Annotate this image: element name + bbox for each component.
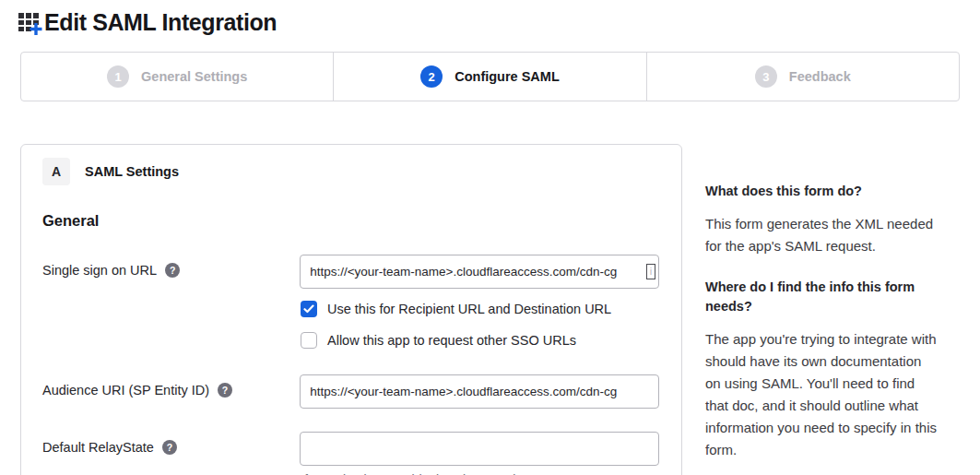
section-letter-badge: A bbox=[42, 158, 70, 185]
recipient-url-checkbox-row[interactable]: Use this for Recipient URL and Destinati… bbox=[301, 301, 659, 317]
sso-url-input[interactable] bbox=[300, 255, 659, 289]
content-area: A SAML Settings General Single sign on U… bbox=[0, 144, 980, 475]
app-grid-add-icon bbox=[18, 10, 42, 36]
help-sidebar: What does this form do? This form genera… bbox=[705, 144, 939, 475]
page-header: Edit SAML Integration bbox=[0, 0, 980, 36]
step-feedback[interactable]: 3 Feedback bbox=[647, 53, 959, 101]
checkbox-checked-icon[interactable] bbox=[301, 301, 317, 317]
audience-uri-field-wrap bbox=[300, 374, 659, 409]
help-icon[interactable]: ? bbox=[218, 383, 232, 398]
sidebar-body-text: This form generates the XML needed for t… bbox=[705, 213, 939, 257]
sidebar-heading: What does this form do? bbox=[705, 182, 939, 201]
text-cursor: i bbox=[646, 264, 655, 279]
step-number-badge: 3 bbox=[755, 65, 777, 88]
other-sso-checkbox-label: Allow this app to request other SSO URLs bbox=[327, 333, 576, 348]
other-sso-checkbox-row[interactable]: Allow this app to request other SSO URLs bbox=[301, 332, 659, 349]
relay-state-field-wrap bbox=[300, 432, 659, 466]
help-icon[interactable]: ? bbox=[165, 263, 180, 278]
step-number-badge: 1 bbox=[107, 65, 129, 88]
sidebar-section: Where do I find the info this form needs… bbox=[705, 278, 939, 461]
relay-state-label-group: Default RelayState ? bbox=[42, 432, 300, 455]
audience-uri-label: Audience URI (SP Entity ID) bbox=[42, 383, 209, 398]
saml-settings-panel: A SAML Settings General Single sign on U… bbox=[20, 144, 682, 475]
section-title: SAML Settings bbox=[85, 164, 179, 179]
wizard-steps: 1 General Settings 2 Configure SAML 3 Fe… bbox=[20, 52, 960, 101]
checkbox-unchecked-icon[interactable] bbox=[301, 332, 317, 349]
section-header: A SAML Settings bbox=[42, 158, 659, 185]
relay-state-label: Default RelayState bbox=[42, 440, 154, 455]
step-label: Configure SAML bbox=[455, 69, 560, 84]
step-label: Feedback bbox=[789, 69, 851, 84]
sso-url-label-group: Single sign on URL ? bbox=[42, 255, 300, 278]
step-number-badge: 2 bbox=[420, 65, 443, 88]
sidebar-body-text: The app you're trying to integrate with … bbox=[705, 328, 939, 461]
relay-state-row: Default RelayState ? bbox=[42, 432, 659, 466]
step-general-settings[interactable]: 1 General Settings bbox=[21, 53, 334, 101]
help-icon[interactable]: ? bbox=[162, 440, 177, 455]
sso-url-label: Single sign on URL bbox=[42, 263, 157, 278]
relay-state-input[interactable] bbox=[300, 432, 659, 466]
general-heading: General bbox=[42, 212, 659, 230]
step-configure-saml[interactable]: 2 Configure SAML bbox=[334, 53, 646, 101]
audience-uri-label-group: Audience URI (SP Entity ID) ? bbox=[42, 374, 300, 398]
sidebar-section: What does this form do? This form genera… bbox=[705, 182, 939, 257]
recipient-url-checkbox-label: Use this for Recipient URL and Destinati… bbox=[327, 302, 611, 316]
sso-url-row: Single sign on URL ? i bbox=[42, 255, 659, 289]
audience-uri-input[interactable] bbox=[300, 374, 659, 409]
step-label: General Settings bbox=[141, 69, 247, 84]
page-title: Edit SAML Integration bbox=[44, 9, 277, 36]
audience-uri-row: Audience URI (SP Entity ID) ? bbox=[42, 374, 659, 409]
sso-url-field-wrap: i bbox=[300, 255, 659, 289]
sidebar-heading: Where do I find the info this form needs… bbox=[705, 278, 939, 316]
